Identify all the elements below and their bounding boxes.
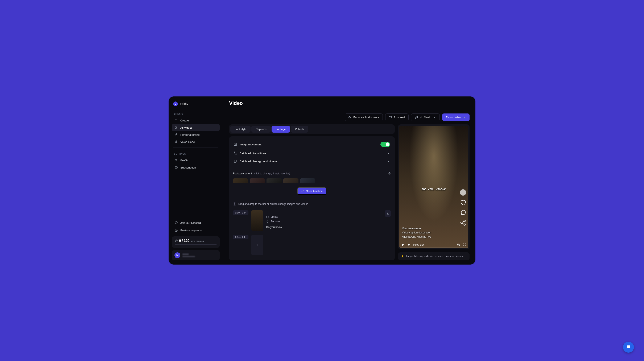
chat-icon [174, 221, 178, 224]
usage-box: 0 / 120 used minutes [172, 236, 220, 248]
music-button[interactable]: No Music [411, 114, 440, 121]
play-circle-icon [175, 239, 178, 242]
section-settings: SETTINGS [172, 150, 220, 157]
action-label: Empty [270, 216, 278, 218]
option-batch-transitions[interactable]: Batch add transitions [233, 150, 391, 156]
comment-icon[interactable] [460, 210, 466, 216]
preview-description: Video caption description [402, 230, 456, 235]
nav-voice-clone[interactable]: Voice clone [172, 138, 220, 146]
overlay-bottom: Your username Video caption description … [402, 226, 456, 239]
volume-icon[interactable] [407, 243, 411, 246]
brand-name: Editby [180, 102, 188, 106]
clip-row: 0.00 - 0.54 Empty Remove Do you kn [233, 209, 391, 232]
footage-label: Footage content [233, 172, 252, 175]
option-label: Batch add transitions [240, 152, 266, 155]
svg-point-11 [461, 222, 462, 224]
usage-label: used minutes [191, 240, 204, 242]
button-label: Open timeline [306, 190, 323, 193]
option-image-movement: Image movement [233, 140, 391, 148]
option-label: Batch add background videos [240, 160, 277, 163]
overlay-icons [460, 189, 466, 226]
tabs: Font style Captions Footage Publish [229, 124, 395, 134]
sparkle-icon [174, 119, 178, 122]
sparkles-icon [234, 152, 237, 155]
header: Video [223, 96, 476, 110]
nav-label: Feature requests [180, 229, 202, 232]
footage-thumb[interactable] [283, 178, 298, 183]
mic-icon [174, 140, 178, 144]
footage-thumb[interactable] [300, 178, 315, 183]
nav-personal-brand[interactable]: Personal brand [172, 131, 220, 138]
warning-box: Image flickering and voice repeated happ… [398, 252, 470, 260]
export-button[interactable]: Export video [442, 114, 470, 121]
nav-feature-requests[interactable]: Feature requests [172, 227, 220, 234]
nav-create[interactable]: Create [172, 117, 220, 124]
download-button[interactable] [385, 210, 391, 217]
trash-icon [266, 220, 269, 223]
gauge-icon [389, 116, 392, 119]
drag-badge-icon: ⇅ [233, 202, 236, 206]
plus-circle-icon [174, 228, 178, 232]
clip-row: 0.54 - 1.45 + [233, 234, 391, 256]
tab-captions[interactable]: Captions [252, 126, 270, 132]
video-progress[interactable] [399, 248, 468, 248]
user-avatar: M [174, 252, 180, 258]
drag-hint-text: Drag and drop to reorder or click to cha… [238, 202, 308, 206]
svg-rect-1 [176, 140, 176, 142]
nav-label: Subscription [180, 166, 196, 169]
enhance-voice-button[interactable]: Enhance & trim voice [345, 114, 383, 121]
footage-thumb[interactable] [266, 178, 282, 183]
page-title: Video [229, 100, 470, 106]
nav-profile[interactable]: Profile [172, 157, 220, 164]
share-icon[interactable] [460, 220, 466, 226]
expand-icon [301, 190, 304, 192]
chat-fab[interactable] [623, 342, 634, 352]
tab-publish[interactable]: Publish [291, 126, 308, 132]
tab-footage[interactable]: Footage [272, 126, 290, 132]
clip-thumb[interactable] [252, 210, 263, 231]
eye-off-icon[interactable] [457, 243, 460, 246]
nav-discord[interactable]: Join our Discord [172, 219, 220, 226]
clip-remove-action[interactable]: Remove [266, 220, 382, 223]
tab-font-style[interactable]: Font style [230, 126, 250, 132]
nav-all-videos[interactable]: All videos [172, 124, 220, 131]
image-icon [234, 143, 237, 146]
footage-thumbs [233, 178, 391, 183]
option-batch-bg[interactable]: Batch add background videos [233, 158, 391, 164]
chevron-down-icon [462, 116, 466, 119]
panel-body: Image movement Batch add transitions Bat… [229, 136, 395, 260]
chat-bubble-icon [626, 344, 631, 350]
button-label: Export video [446, 116, 461, 119]
speed-button[interactable]: 1x speed [385, 114, 408, 121]
video-preview[interactable]: DO YOU KNOW Your username Video caption … [399, 126, 468, 248]
toolbar: Enhance & trim voice 1x speed No Music E… [223, 110, 476, 121]
warning-icon [401, 255, 404, 258]
overlay-avatar-icon[interactable] [460, 189, 466, 196]
user-box[interactable]: M [172, 250, 220, 260]
svg-rect-8 [235, 160, 237, 162]
open-timeline-button[interactable]: Open timeline [298, 188, 326, 195]
svg-point-7 [235, 144, 236, 144]
preview-hashtags: #hastagOne #hastagTwo [402, 235, 456, 239]
nav-label: Voice clone [180, 140, 195, 144]
user-icon [174, 159, 178, 162]
fullscreen-icon[interactable] [463, 243, 466, 246]
clip-thumb-empty[interactable]: + [252, 235, 263, 255]
clip-text: Do you know [266, 226, 382, 228]
toggle-image-movement[interactable] [380, 142, 390, 147]
heart-icon[interactable] [460, 200, 466, 206]
download-icon [386, 212, 389, 215]
button-label: Enhance & trim voice [353, 116, 379, 119]
card-icon [174, 166, 178, 169]
nav-label: All videos [180, 126, 192, 129]
footage-thumb[interactable] [233, 178, 248, 183]
footage-thumb[interactable] [250, 178, 265, 183]
nav-subscription[interactable]: Subscription [172, 164, 220, 171]
preview-frame: DO YOU KNOW Your username Video caption … [398, 124, 470, 250]
clip-empty-action[interactable]: Empty [266, 216, 382, 218]
warning-text: Image flickering and voice repeated happ… [406, 255, 464, 258]
nav-label: Profile [180, 159, 188, 162]
video-caption: DO YOU KNOW [422, 188, 446, 191]
play-icon[interactable] [402, 243, 405, 246]
video-icon [174, 126, 178, 129]
